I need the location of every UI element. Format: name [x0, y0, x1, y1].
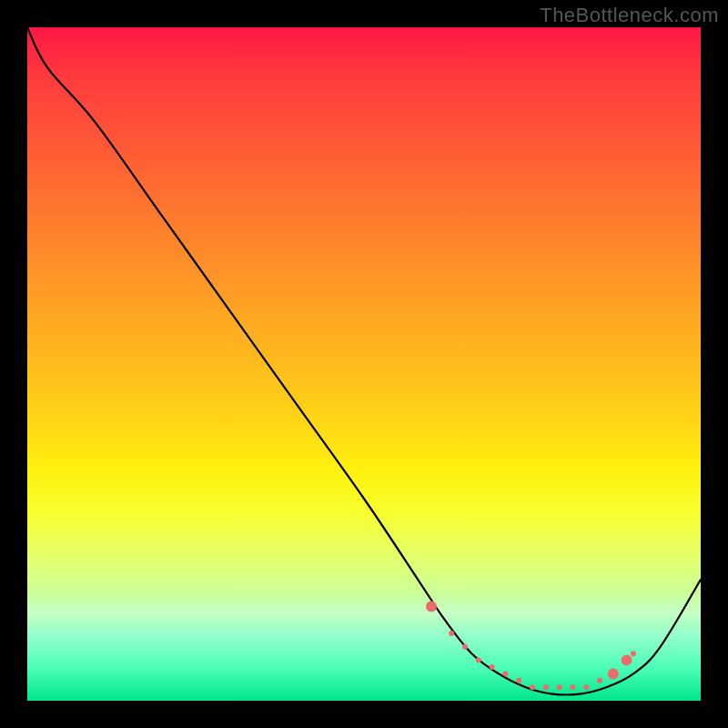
marker-dot — [530, 684, 535, 690]
marker-dot — [516, 678, 521, 683]
marker-dot — [426, 601, 437, 612]
marker-dot — [631, 651, 636, 656]
marker-dot — [449, 631, 454, 636]
marker-dot — [597, 678, 602, 683]
bottleneck-curve — [27, 27, 701, 695]
marker-dot — [583, 684, 589, 690]
chart-frame: TheBottleneck.com — [0, 0, 728, 728]
plot-area — [27, 27, 701, 701]
marker-dot — [476, 658, 481, 663]
curve-svg — [27, 27, 701, 701]
marker-dot — [622, 655, 632, 666]
marker-dot — [502, 671, 508, 676]
watermark-text: TheBottleneck.com — [540, 4, 719, 27]
marker-dot — [462, 644, 468, 650]
marker-dot — [608, 668, 619, 679]
highlight-markers — [426, 601, 636, 690]
marker-dot — [490, 664, 495, 670]
marker-dot — [570, 684, 575, 690]
marker-dot — [557, 684, 562, 690]
marker-dot — [543, 684, 549, 690]
